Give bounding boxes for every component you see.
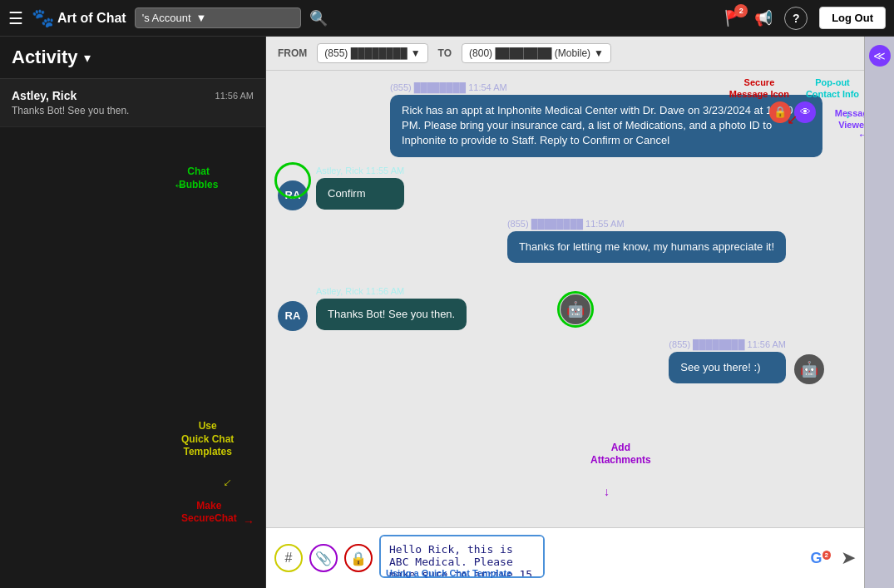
annotation-arrow-chat-bubbles: ← (173, 178, 186, 193)
sidebar-chevron-icon[interactable]: ▾ (84, 50, 91, 66)
input-extra-icons: ⊞ G2 (795, 549, 831, 567)
send-button[interactable]: ➤ (841, 547, 856, 569)
message-2: RA Astley, Rick 11:55 AM Confirm (278, 166, 404, 210)
message-5-sender: (855) ████████ (669, 339, 744, 349)
message-1-sender: (855) ████████ (390, 82, 466, 92)
message-5-bubble: See you there! :) (669, 352, 786, 383)
from-label: FROM (278, 47, 307, 59)
chat-area: FROM (855) ████████ ▼ TO (800) ████████ … (266, 37, 864, 588)
sidebar-header: Activity ▾ (0, 37, 265, 79)
message-3-bubble: Thanks for letting me know, my humans ap… (507, 231, 786, 263)
search-button[interactable]: 🔍 (309, 9, 328, 27)
annotation-arrow-quick-chat: ↓ (220, 475, 235, 490)
attachment-button[interactable]: 📎 (309, 544, 338, 572)
quick-template-indicator: Using a Quick Chat Template (386, 568, 511, 578)
top-nav: ☰ 🐾 Art of Chat 's Account ▼ 🔍 🚩 2 📢 ? L… (0, 0, 894, 37)
bot-icon-2: 🤖 (794, 354, 824, 384)
message-3-text: Thanks for letting me know, my humans ap… (519, 240, 774, 253)
grid-icon[interactable]: ⊞ (795, 549, 808, 567)
grammarly-icon[interactable]: G2 (811, 550, 831, 567)
message-2-bubble: Confirm (316, 178, 404, 210)
account-value: 's Account (142, 12, 191, 24)
flag-badge: 2 (734, 4, 748, 17)
secure-chat-button[interactable]: 🔒 (344, 544, 373, 572)
chevron-down-icon: ▼ (196, 12, 207, 24)
right-panel: ≪ (864, 37, 894, 588)
logo-text: Art of Chat (57, 11, 126, 26)
message-4-bubble: Thanks Bot! See you then. (316, 299, 467, 330)
help-button[interactable]: ? (784, 7, 808, 30)
avatar-ra-2: RA (278, 301, 308, 331)
message-2-text: Confirm (328, 187, 366, 200)
annotation-chat-bubbles: ChatBubbles (179, 166, 218, 191)
contact-list-item[interactable]: Astley, Rick 11:56 AM Thanks Bot! See yo… (0, 79, 265, 127)
message-1-meta: (855) ████████ 11:54 AM (390, 82, 822, 92)
contact-name: Astley, Rick (12, 89, 77, 102)
message-1-text: Rick has an appt at Inphonite Medical Ce… (402, 104, 793, 146)
logout-button[interactable]: Log Out (819, 7, 886, 29)
message-3-meta: (855) ████████ 11:55 AM (507, 219, 786, 229)
message-3-time: 11:55 AM (585, 219, 624, 229)
message-5-time: 11:56 AM (748, 339, 786, 349)
message-4-text: Thanks Bot! See you then. (328, 308, 455, 320)
bot-icon-1: 🤖 (561, 294, 590, 324)
message-5-meta: (855) ████████ 11:56 AM (669, 339, 786, 349)
chat-messages: (855) ████████ 11:54 AM Rick has an appt… (266, 71, 864, 527)
flag-button[interactable]: 🚩 2 (724, 9, 743, 27)
message-5-text: See you there! :) (680, 361, 760, 373)
annotation-message-viewed: MessageViewed (826, 107, 864, 131)
secure-icons: 🔒 👁 (769, 101, 816, 123)
avatar-ra-1: RA (278, 180, 308, 210)
contact-message: Thanks Bot! See you then. (12, 105, 254, 116)
to-label: TO (438, 47, 452, 59)
main-layout: Activity ▾ Astley, Rick 11:56 AM Thanks … (0, 37, 894, 588)
message-5: (855) ████████ 11:56 AM See you there! :… (669, 339, 786, 383)
from-phone-value: (855) ████████ (324, 47, 407, 59)
message-1-time: 11:54 AM (468, 82, 506, 92)
message-1: (855) ████████ 11:54 AM Rick has an appt… (390, 82, 822, 157)
message-1-bubble: Rick has an appt at Inphonite Medical Ce… (390, 95, 822, 157)
message-2-meta: Astley, Rick 11:55 AM (316, 166, 404, 175)
message-2-sender: Astley, Rick (316, 166, 363, 175)
to-chevron-icon: ▼ (594, 47, 604, 59)
message-2-time: 11:55 AM (366, 166, 404, 175)
eye-icon: 👁 (794, 101, 816, 123)
account-selector[interactable]: 's Account ▼ (135, 7, 301, 28)
logo-icon: 🐾 (32, 7, 54, 29)
message-3-sender: (855) ████████ (507, 219, 583, 229)
from-chevron-icon: ▼ (411, 47, 421, 59)
nav-icons: 🚩 2 📢 ? Log Out (724, 7, 886, 30)
chat-input-area: # 📎 🔒 Hello Rick, this is ABC Medical. P… (266, 527, 864, 588)
lock-icon: 🔒 (769, 101, 791, 123)
contact-time: 11:56 AM (215, 91, 254, 101)
annotation-arrow-viewed: ← (857, 128, 864, 141)
annotation-arrow-secure-chat: → (243, 515, 254, 528)
megaphone-button[interactable]: 📢 (754, 9, 773, 27)
to-phone-selector[interactable]: (800) ████████ (Mobile) ▼ (462, 43, 611, 63)
message-3: (855) ████████ 11:55 AM Thanks for letti… (507, 219, 786, 278)
chat-header: FROM (855) ████████ ▼ TO (800) ████████ … (266, 37, 864, 71)
quick-template-button[interactable]: # (274, 544, 303, 572)
hamburger-menu[interactable]: ☰ (8, 8, 23, 28)
sidebar-title: Activity (12, 47, 77, 68)
collapse-panel-button[interactable]: ≪ (869, 45, 891, 67)
to-phone-value: (800) ████████ (Mobile) (469, 47, 590, 59)
annotation-quick-chat: UseQuick ChatTemplates (181, 420, 234, 459)
annotation-secure-chat: MakeSecureChat (181, 500, 237, 526)
sidebar: Activity ▾ Astley, Rick 11:56 AM Thanks … (0, 37, 266, 588)
message-4: RA Astley, Rick 11:56 AM Thanks Bot! See… (278, 286, 467, 331)
input-wrapper: Hello Rick, this is ABC Medical. Please … (379, 535, 788, 581)
message-4-time: 11:56 AM (366, 286, 404, 296)
logo: 🐾 Art of Chat (32, 7, 126, 29)
from-phone-selector[interactable]: (855) ████████ ▼ (317, 43, 427, 63)
message-4-sender: Astley, Rick (316, 286, 363, 296)
message-4-meta: Astley, Rick 11:56 AM (316, 286, 467, 296)
